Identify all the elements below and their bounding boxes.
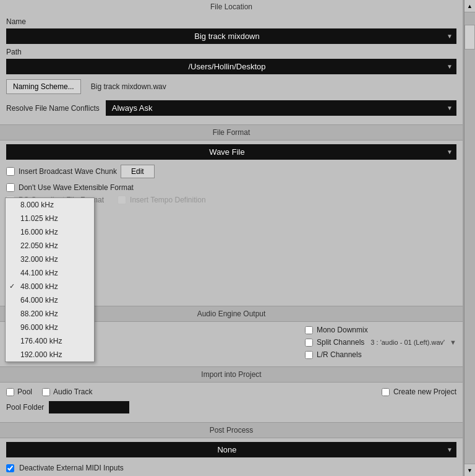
audio-track-label: Audio Track (53, 387, 92, 396)
wave-extensible-checkbox[interactable] (6, 183, 15, 192)
sample-rate-22khz[interactable]: 22.050 kHz (6, 239, 94, 253)
resolve-label: Resolve File Name Conflicts (6, 104, 100, 113)
naming-scheme-button[interactable]: Naming Scheme... (6, 79, 81, 94)
scroll-up-btn[interactable]: ▲ (464, 0, 475, 12)
split-channels-label: Split Channels (317, 338, 364, 347)
split-channels-checkbox[interactable] (305, 339, 313, 347)
pool-folder-label: Pool Folder (6, 403, 44, 412)
sample-rate-192khz[interactable]: 192.000 kHz (6, 348, 94, 361)
broadcast-checkbox[interactable] (6, 167, 15, 176)
lr-channels-checkbox[interactable] (305, 351, 313, 359)
insert-tempo-checkbox[interactable] (118, 196, 126, 204)
sample-rate-dropdown: 8.000 kHz 11.025 kHz 16.000 kHz 22.050 k… (5, 197, 95, 362)
sample-rate-64khz[interactable]: 64.000 kHz (6, 293, 94, 307)
create-project-checkbox[interactable] (382, 388, 390, 396)
resolve-select[interactable]: Always Ask (106, 100, 456, 116)
name-label: Name (6, 17, 26, 26)
sample-rate-44khz[interactable]: 44.100 kHz (6, 266, 94, 280)
split-channels-dropdown-icon[interactable]: ▼ (450, 339, 456, 346)
file-location-header: File Location (0, 0, 463, 14)
edit-button[interactable]: Edit (121, 165, 155, 178)
pool-checkbox[interactable] (6, 388, 14, 396)
split-channels-value: 3 : 'audio - 01 (Left).wav' (370, 339, 445, 346)
import-project-header: Import into Project (0, 366, 463, 383)
insert-tempo-label: Insert Tempo Definition (130, 196, 206, 204)
mono-downmix-label: Mono Downmix (317, 326, 368, 334)
sample-rate-32khz[interactable]: 32.000 kHz (6, 253, 94, 266)
post-process-select[interactable]: None (6, 442, 456, 457)
sample-rate-16khz[interactable]: 16.000 kHz (6, 225, 94, 239)
lr-channels-label: L/R Channels (317, 350, 362, 359)
name-select[interactable]: Big track mixdown (6, 28, 456, 44)
scrollbar[interactable]: ▲ ▼ (464, 0, 475, 476)
sample-rate-88khz[interactable]: 88.200 kHz (6, 307, 94, 321)
file-format-select[interactable]: Wave File (6, 144, 456, 160)
path-select[interactable]: /Users/Hollin/Desktop (6, 59, 456, 74)
pool-folder-input[interactable] (49, 401, 129, 413)
broadcast-label: Insert Broadcast Wave Chunk (19, 167, 117, 176)
audio-track-checkbox[interactable] (42, 388, 50, 396)
sample-rate-48khz[interactable]: 48.000 kHz (6, 280, 94, 293)
scroll-down-btn[interactable]: ▼ (464, 464, 475, 476)
naming-scheme-value: Big track mixdown.wav (91, 82, 166, 91)
mono-downmix-checkbox[interactable] (305, 326, 313, 334)
pool-label: Pool (17, 387, 32, 396)
sample-rate-11khz[interactable]: 11.025 kHz (6, 212, 94, 225)
file-format-header: File Format (0, 124, 463, 141)
sample-rate-96khz[interactable]: 96.000 kHz (6, 321, 94, 334)
create-project-label: Create new Project (393, 387, 456, 396)
wave-extensible-label: Don't Use Wave Extensible Format (19, 183, 134, 192)
sample-rate-8khz[interactable]: 8.000 kHz (6, 198, 94, 212)
post-process-header: Post Process (0, 422, 463, 438)
deactivate-midi-checkbox[interactable] (6, 464, 14, 472)
deactivate-midi-label: Deactivate External MIDI Inputs (19, 464, 124, 472)
sample-rate-176khz[interactable]: 176.400 kHz (6, 334, 94, 348)
scroll-thumb[interactable] (464, 25, 475, 50)
path-label: Path (6, 48, 22, 56)
